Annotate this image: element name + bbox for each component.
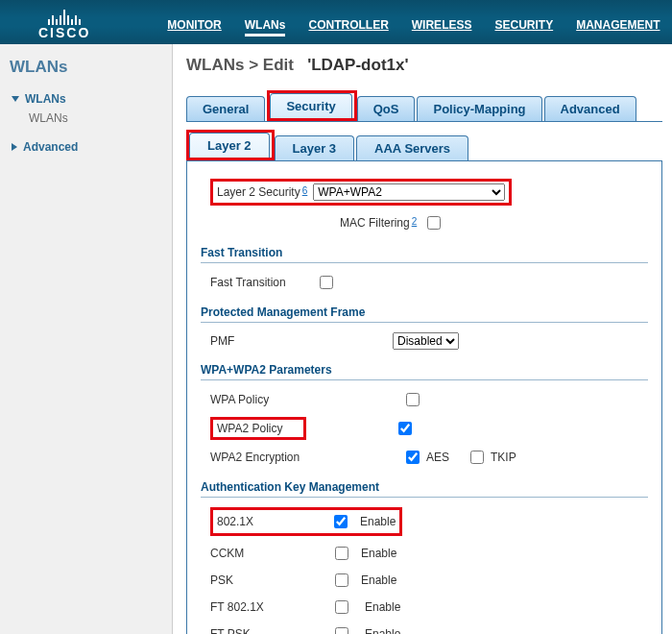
ft-psk-checkbox[interactable]: [335, 627, 348, 634]
tkip-checkbox[interactable]: [470, 451, 484, 464]
sidebar: WLANs WLANs WLANs Advanced: [0, 44, 173, 634]
psk-label: PSK: [210, 573, 331, 587]
nav-management[interactable]: MANAGEMENT: [576, 18, 660, 37]
sidebar-item-wlans[interactable]: WLANs: [8, 88, 164, 110]
breadcrumb-action: Edit: [263, 56, 294, 74]
chevron-right-icon: [12, 143, 17, 151]
nav-wireless[interactable]: WIRELESS: [412, 18, 472, 37]
top-banner: CISCO MONITOR WLANs CONTROLLER WIRELESS …: [0, 0, 672, 44]
breadcrumb-root[interactable]: WLANs: [186, 56, 244, 74]
tab-general[interactable]: General: [186, 96, 265, 121]
chevron-down-icon: [12, 96, 19, 102]
cisco-logo-icon: [48, 8, 81, 25]
highlight-8021x: 802.1X Enable: [210, 507, 402, 536]
fast-transition-checkbox[interactable]: [320, 276, 333, 289]
cckm-checkbox[interactable]: [335, 547, 348, 560]
8021x-label: 802.1X: [217, 515, 330, 528]
section-akm: Authentication Key Management: [201, 480, 648, 498]
cisco-wordmark: CISCO: [38, 25, 90, 40]
pmf-label: PMF: [210, 334, 393, 348]
ft-psk-enable-label: Enable: [365, 627, 400, 634]
subtab-layer3[interactable]: Layer 3: [275, 135, 355, 160]
tab-qos[interactable]: QoS: [357, 96, 416, 121]
psk-checkbox[interactable]: [335, 573, 348, 587]
8021x-enable-label: Enable: [360, 515, 396, 528]
footnote-2[interactable]: 2: [412, 216, 418, 227]
cckm-label: CCKM: [210, 547, 331, 560]
wpa2-policy-label: WPA2 Policy: [217, 422, 282, 435]
nav-monitor[interactable]: MONITOR: [167, 18, 221, 37]
content-area: WLANs > Edit 'LDAP-dot1x' General Securi…: [173, 44, 672, 634]
main-tabs: General Security QoS Policy-Mapping Adva…: [186, 90, 662, 122]
subtab-aaa-servers[interactable]: AAA Servers: [356, 135, 468, 160]
ft-8021x-checkbox[interactable]: [335, 600, 348, 614]
security-subtabs: Layer 2 Layer 3 AAA Servers: [186, 130, 662, 161]
sidebar-item-wlans-child[interactable]: WLANs: [29, 110, 164, 127]
8021x-checkbox[interactable]: [334, 515, 348, 528]
wpa2-encryption-label: WPA2 Encryption: [210, 451, 402, 464]
nav-security[interactable]: SECURITY: [494, 18, 553, 37]
tab-security[interactable]: Security: [270, 93, 351, 118]
mac-filtering-label: MAC Filtering2: [340, 216, 417, 230]
nav-controller[interactable]: CONTROLLER: [308, 18, 388, 37]
ft-8021x-enable-label: Enable: [365, 600, 400, 614]
highlight-layer2-security: Layer 2 Security6 WPA+WPA2: [210, 179, 512, 206]
wpa-policy-label: WPA Policy: [210, 393, 402, 406]
psk-enable-label: Enable: [361, 573, 396, 587]
sidebar-title: WLANs: [10, 58, 164, 77]
mac-filtering-checkbox[interactable]: [427, 216, 441, 230]
layer2-security-select[interactable]: WPA+WPA2: [313, 183, 505, 201]
tab-policy-mapping[interactable]: Policy-Mapping: [417, 96, 541, 121]
sidebar-item-label: Advanced: [23, 140, 78, 154]
breadcrumb-wlan-name: 'LDAP-dot1x': [307, 56, 408, 74]
cisco-logo: CISCO: [38, 8, 90, 44]
highlight-tab-security: Security: [267, 90, 356, 121]
aes-checkbox[interactable]: [406, 451, 420, 464]
nav-wlans[interactable]: WLANs: [245, 18, 286, 37]
breadcrumb: WLANs > Edit 'LDAP-dot1x': [186, 56, 662, 75]
highlight-wpa2-policy: WPA2 Policy: [210, 417, 306, 440]
wpa2-policy-checkbox[interactable]: [398, 422, 412, 435]
sidebar-item-advanced[interactable]: Advanced: [8, 136, 164, 158]
aes-label: AES: [426, 451, 449, 464]
ft-8021x-label: FT 802.1X: [210, 600, 331, 614]
sidebar-item-label: WLANs: [25, 92, 66, 106]
layer2-panel: Layer 2 Security6 WPA+WPA2 MAC Filtering…: [186, 161, 662, 634]
cckm-enable-label: Enable: [361, 547, 396, 560]
section-pmf: Protected Management Frame: [201, 305, 648, 323]
fast-transition-label: Fast Transition: [210, 276, 316, 289]
top-nav: MONITOR WLANs CONTROLLER WIRELESS SECURI…: [167, 18, 660, 44]
section-fast-transition: Fast Transition: [201, 246, 648, 263]
tab-advanced[interactable]: Advanced: [544, 96, 636, 121]
breadcrumb-sep: >: [249, 56, 258, 74]
wpa-policy-checkbox[interactable]: [406, 393, 420, 406]
ft-psk-label: FT PSK: [210, 627, 331, 634]
footnote-6[interactable]: 6: [302, 185, 308, 196]
section-wpa-params: WPA+WPA2 Parameters: [201, 363, 648, 380]
highlight-subtab-layer2: Layer 2: [186, 130, 275, 160]
pmf-select[interactable]: Disabled: [393, 332, 459, 350]
subtab-layer2[interactable]: Layer 2: [189, 133, 270, 158]
layer2-security-label: Layer 2 Security6: [217, 185, 307, 199]
tkip-label: TKIP: [491, 451, 516, 464]
